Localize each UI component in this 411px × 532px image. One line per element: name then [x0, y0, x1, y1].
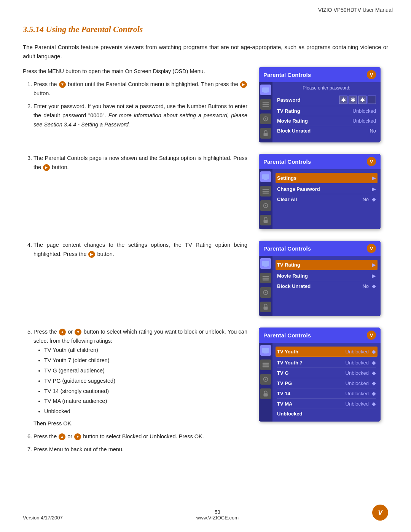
down-btn-step6: ▼ [74, 433, 81, 440]
steps-1-2-text: Press the MENU button to open the main O… [23, 67, 247, 133]
step-4-row: The page content changes to the settings… [23, 241, 388, 316]
audio-icon-2 [260, 200, 271, 211]
ratings-list: TV Youth (all children) TV Youth 7 (olde… [44, 346, 247, 416]
tv-ma-row: TV MA Unblocked ◆ [277, 399, 376, 409]
lock-icon-2 [260, 215, 271, 225]
settings-row: Settings ▶ [276, 173, 378, 183]
svg-rect-27 [263, 364, 269, 366]
password-row: Password ✱ ✱ ✱ [277, 94, 376, 106]
footer-center: 53 www.VIZIOCE.com [196, 509, 239, 521]
step-1: Press the ▼ button until the Parental Co… [33, 80, 247, 98]
block-unrated-value-1: No [370, 128, 376, 134]
down-button-icon: ▼ [59, 81, 66, 88]
tv-14-label: TV 14 [277, 391, 290, 396]
tv-rating-row-1: TV Rating Unblocked [277, 106, 376, 116]
tv-youth7-label: TV Youth 7 [277, 360, 303, 366]
svg-point-14 [265, 205, 266, 206]
tv-pg-diamond: ◆ [372, 380, 376, 386]
v-logo-icon: V [367, 70, 376, 79]
section-title: 3.5.14 Using the Parental Controls [23, 24, 388, 34]
steps-list-1-2: Press the ▼ button until the Parental Co… [33, 80, 247, 129]
panel-1-title: Parental Controls [263, 72, 311, 78]
svg-rect-0 [262, 88, 269, 93]
sidebar-icons [259, 82, 272, 142]
panel-1-header: Parental Controls V [259, 67, 381, 82]
pwd-box-1: ✱ [339, 96, 347, 104]
tv-ma-diamond: ◆ [372, 401, 376, 407]
panel-3-col: Parental Controls V [259, 241, 388, 316]
tv-g-diamond: ◆ [372, 370, 376, 376]
step-7: Press Menu to back out of the menu. [33, 445, 247, 454]
movie-rating-label: Movie Rating [277, 118, 308, 124]
sidebar-icons-3 [259, 256, 272, 316]
rating-tv-14: TV 14 (strongly cautioned) [44, 387, 247, 396]
audio-icon [260, 113, 271, 124]
svg-rect-31 [264, 393, 268, 396]
step-5-7-row: Press the ▲ or ▼ button to select which … [23, 328, 388, 458]
manual-title: VIZIO VP50HDTV User Manual [318, 7, 393, 13]
parental-controls-panel-4: Parental Controls V [259, 328, 381, 422]
panel-2-content: Settings ▶ Change Password ▶ Clear All N… [272, 169, 381, 229]
tv-rating-row-panel3: TV Rating ▶ [276, 260, 378, 270]
pwd-box-3: ✱ [358, 96, 366, 104]
step-2: Enter your password. If you have not set… [33, 102, 247, 129]
panel-4-title: Parental Controls [263, 332, 311, 339]
tv-youth7-diamond: ◆ [372, 359, 376, 366]
block-unrated-row-p3: Block Unrated No ◆ [277, 281, 376, 291]
settings-icon-3 [260, 273, 271, 283]
page-footer: Version 4/17/2007 53 www.VIZIOCE.com V [0, 505, 411, 521]
svg-rect-1 [264, 92, 267, 93]
tv-ma-label: TV MA [277, 401, 292, 407]
tv-youth-diamond: ◆ [372, 348, 376, 355]
rating-tv-youth7: TV Youth 7 (older children) [44, 356, 247, 365]
audio-icon-3 [260, 287, 271, 298]
tv-pg-row: TV PG Unblocked ◆ [277, 378, 376, 388]
svg-rect-18 [263, 276, 269, 277]
tv-g-value: Unblocked [346, 370, 369, 376]
step-3-row: The Parental Controls page is now shown … [23, 154, 388, 229]
rating-unblocked: Unblocked [44, 407, 247, 416]
tv-youth7-value: Unblocked [346, 360, 369, 366]
panel-2-body: Settings ▶ Change Password ▶ Clear All N… [259, 169, 381, 229]
step-3-text: The Parental Controls page is now shown … [23, 154, 247, 176]
svg-rect-19 [263, 278, 269, 279]
block-unrated-diamond: ◆ [372, 283, 376, 289]
block-unrated-row-1: Block Unrated No [277, 126, 376, 136]
intro-paragraph-1: The Parental Controls feature prevents v… [23, 43, 388, 61]
unblocked-row: Unblocked [277, 409, 376, 419]
svg-rect-16 [262, 261, 269, 266]
tv-14-value: Unblocked [346, 391, 369, 396]
audio-icon-4 [260, 374, 271, 385]
panel-3-content: TV Rating ▶ Movie Rating ▶ Block Unrated… [272, 256, 381, 316]
svg-rect-15 [264, 220, 268, 223]
tv-icon-4 [260, 345, 271, 356]
svg-rect-7 [264, 133, 268, 136]
svg-point-30 [265, 379, 266, 380]
panel-3-header: Parental Controls V [259, 241, 381, 256]
panel-4-col: Parental Controls V [259, 328, 388, 422]
panel-2-title: Parental Controls [263, 158, 311, 165]
then-press-ok: Then Press OK. [33, 419, 247, 428]
block-unrated-label-1: Block Unrated [277, 128, 311, 134]
steps-list-3: The Parental Controls page is now shown … [33, 154, 247, 172]
parental-controls-panel-2: Parental Controls V [259, 154, 381, 229]
svg-rect-17 [264, 266, 267, 267]
movie-rating-label-p3: Movie Rating [277, 273, 308, 279]
settings-label: Settings [277, 175, 296, 181]
panel-3-title: Parental Controls [263, 245, 311, 252]
svg-rect-24 [262, 348, 269, 353]
parental-controls-panel-3: Parental Controls V [259, 241, 381, 316]
panel-1-body: Please enter password: Password ✱ ✱ ✱ [259, 82, 381, 142]
settings-arrow: ▶ [372, 175, 376, 181]
svg-rect-12 [263, 193, 269, 194]
change-password-row: Change Password ▶ [277, 184, 376, 194]
rating-tv-youth: TV Youth (all children) [44, 346, 247, 355]
up-btn-step6: ▲ [59, 433, 65, 440]
tv-g-row: TV G Unblocked ◆ [277, 368, 376, 378]
svg-rect-4 [263, 106, 269, 107]
tv-pg-value: Unblocked [346, 380, 369, 386]
footer-version: Version 4/17/2007 [23, 515, 63, 521]
sidebar-icons-2 [259, 169, 272, 229]
steps-1-2-row: Press the MENU button to open the main O… [23, 67, 388, 142]
step-4: The page content changes to the settings… [33, 241, 247, 259]
